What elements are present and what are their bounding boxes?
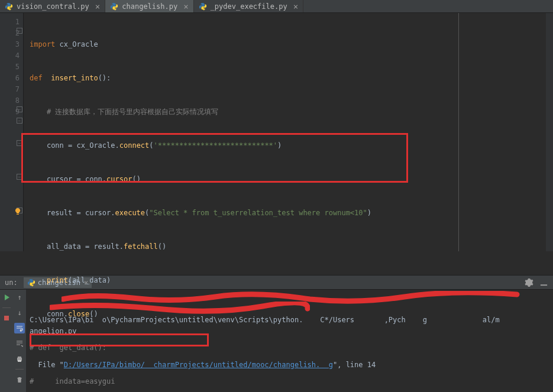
tab-changelish[interactable]: changelish.py × — [105, 0, 193, 12]
fold-icon[interactable]: − — [17, 140, 22, 146]
minimize-icon[interactable] — [539, 278, 548, 287]
svg-rect-4 — [18, 360, 21, 362]
scribble-annotation — [62, 291, 523, 309]
line-number: 6 — [0, 73, 20, 84]
line-number: 4 — [0, 50, 20, 61]
svg-rect-0 — [541, 284, 547, 286]
console-output[interactable]: C:\Users\IPa\bi o\PycharmProjects\untitl… — [26, 290, 553, 392]
console-line: C:\Users\IPa\bi o\PycharmProjects\untitl… — [30, 315, 549, 337]
scroll-map[interactable] — [546, 13, 553, 251]
fold-icon[interactable]: − — [17, 174, 22, 180]
fold-icon[interactable]: − — [17, 106, 22, 112]
console-line: File "D:/Users/IPa/bimbo/ charmProjects/… — [30, 359, 549, 371]
scroll-to-end-icon[interactable] — [14, 338, 25, 349]
fold-icon[interactable]: − — [17, 118, 22, 124]
python-file-icon — [110, 2, 118, 11]
editor-tab-bar: vision_contral.py × changelish.py × _pyd… — [0, 0, 553, 13]
line-number: 7 — [0, 84, 20, 95]
close-icon[interactable]: × — [183, 2, 188, 11]
tab-label: _pydev_execfile.py — [211, 2, 287, 11]
stop-button[interactable] — [1, 313, 12, 323]
line-number: 1 — [0, 17, 20, 28]
run-panel: ↑ ↓ C:\Users\IPa\bi o\PycharmProjects\un… — [0, 290, 553, 392]
run-panel-label: un: — [5, 278, 18, 287]
run-toolbar-right: ↑ ↓ — [13, 290, 26, 392]
down-arrow-icon[interactable]: ↓ — [14, 307, 25, 318]
python-file-icon — [199, 2, 207, 11]
run-toolbar-left — [0, 290, 13, 392]
python-file-icon — [5, 2, 13, 11]
tab-pydev-execfile[interactable]: _pydev_execfile.py × — [194, 0, 303, 12]
trash-icon[interactable] — [14, 374, 25, 385]
tab-vision-contral[interactable]: vision_contral.py × — [0, 0, 105, 12]
tab-label: vision_contral.py — [17, 2, 89, 11]
up-arrow-icon[interactable]: ↑ — [14, 292, 25, 303]
right-margin — [458, 13, 546, 251]
svg-rect-1 — [4, 316, 9, 320]
gutter: 1 2 3 4 5 6 7 8 9 − − − − − − — [0, 13, 24, 251]
gear-icon[interactable] — [525, 278, 533, 287]
editor-area: 1 2 3 4 5 6 7 8 9 − − − − − − import cx_… — [0, 13, 553, 251]
lightbulb-icon[interactable] — [14, 208, 21, 215]
tab-label: changelish.py — [122, 2, 177, 11]
close-icon[interactable]: × — [293, 2, 298, 11]
soft-wrap-icon[interactable] — [14, 323, 25, 333]
line-number: 5 — [0, 61, 20, 73]
svg-rect-3 — [18, 357, 21, 358]
print-icon[interactable] — [14, 354, 25, 364]
line-number: 3 — [0, 39, 20, 50]
rerun-button[interactable] — [1, 292, 12, 303]
fold-icon[interactable]: − — [17, 28, 22, 34]
line-number: 8 — [0, 95, 20, 106]
code-editor[interactable]: import cx_Oracle def insert_into(): # 连接… — [24, 13, 458, 251]
scribble-annotation — [50, 302, 310, 315]
close-icon[interactable]: × — [95, 2, 100, 11]
